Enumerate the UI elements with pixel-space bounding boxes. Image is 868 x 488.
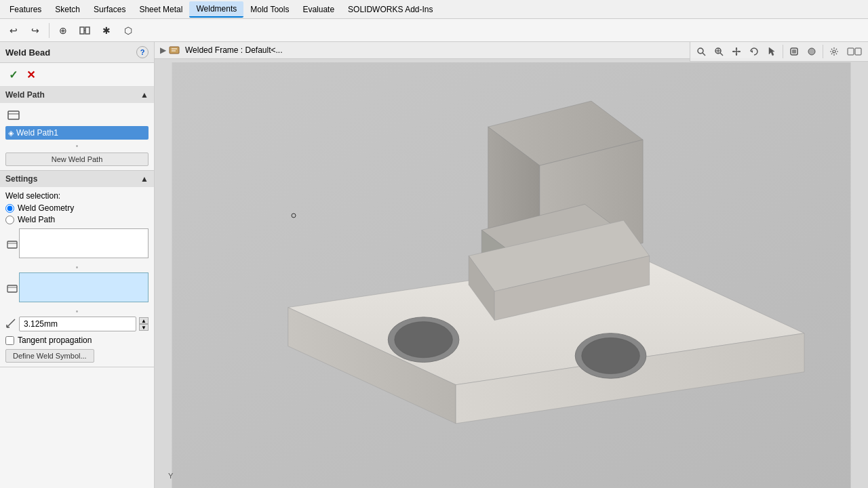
tree-bar: ▶ Welded Frame : Default<... <box>155 42 753 59</box>
vp-settings-btn[interactable] <box>826 43 842 60</box>
svg-rect-7 <box>7 285 17 292</box>
radio-weld-geometry-input[interactable] <box>5 204 14 213</box>
size-spinner-down[interactable]: ▼ <box>139 324 149 331</box>
vp-view-btn[interactable] <box>844 43 865 60</box>
selection-box-row-2 <box>5 272 149 305</box>
svg-point-15 <box>698 48 703 54</box>
svg-rect-3 <box>8 111 19 119</box>
radio-weld-path[interactable]: Weld Path <box>5 215 149 224</box>
settings-collapse-icon: ▲ <box>140 174 149 184</box>
settings-section-header[interactable]: Settings ▲ <box>0 171 154 187</box>
size-divider: • <box>5 308 149 315</box>
menu-solidworks-addins[interactable]: SOLIDWORKS Add-Ins <box>341 2 439 17</box>
vp-shading-btn[interactable] <box>804 43 820 60</box>
menu-evaluate[interactable]: Evaluate <box>296 2 341 17</box>
vp-display-btn[interactable] <box>786 43 802 60</box>
selection-icon-2 <box>5 283 19 294</box>
svg-line-16 <box>703 53 705 56</box>
menu-features[interactable]: Features <box>3 2 48 17</box>
menu-mold-tools[interactable]: Mold Tools <box>243 2 296 17</box>
radio-weld-path-label: Weld Path <box>18 215 55 224</box>
tangent-propagation-checkbox[interactable] <box>5 336 14 345</box>
viewport-toolbar <box>690 42 868 62</box>
left-panel: Weld Bead ? ✓ ✕ Weld Path ▲ <box>0 42 155 488</box>
svg-marker-22 <box>736 54 738 56</box>
svg-rect-31 <box>855 48 861 55</box>
size-spinner: ▲ ▼ <box>139 317 149 331</box>
svg-point-29 <box>833 50 835 53</box>
toolbar-view-options[interactable]: ⬡ <box>119 21 138 40</box>
weld-selection-radio-group: Weld Geometry Weld Path <box>5 203 149 224</box>
svg-rect-1 <box>85 27 90 34</box>
svg-rect-27 <box>792 49 796 54</box>
selection-icon-1 <box>5 239 19 250</box>
weld-path-list: ◈ Weld Path1 <box>5 126 149 140</box>
vp-select-btn[interactable] <box>764 43 780 60</box>
toolbar-sketch-fillet[interactable] <box>75 21 94 40</box>
tree-component-icon <box>169 45 180 56</box>
weld-path-section: Weld Path ▲ ◈ Weld P <box>0 87 154 171</box>
svg-rect-12 <box>170 47 179 54</box>
toolbar-smart-dimension[interactable]: ⊕ <box>54 21 73 40</box>
selection-box-2[interactable] <box>19 272 149 302</box>
weld-path-section-header[interactable]: Weld Path ▲ <box>0 87 154 103</box>
confirm-button[interactable]: ✓ <box>5 67 20 82</box>
svg-rect-0 <box>80 27 84 34</box>
size-icon <box>5 318 16 331</box>
svg-point-37 <box>395 322 453 358</box>
tangent-propagation-label[interactable]: Tangent propagation <box>5 336 149 345</box>
weld-path-collapse-icon: ▲ <box>140 90 149 100</box>
help-button[interactable]: ? <box>136 46 149 58</box>
panel-title: Weld Bead <box>5 47 50 58</box>
weld-path-item-icon: ◈ <box>8 129 14 138</box>
size-input-field[interactable]: 3.125mm <box>19 317 136 331</box>
selection-divider: • <box>5 264 149 271</box>
main-toolbar: ↩ ↪ ⊕ ✱ ⬡ <box>0 19 868 42</box>
y-axis-label: Y <box>168 472 173 480</box>
selection-box-1[interactable] <box>19 228 149 258</box>
3d-view-svg <box>155 62 868 488</box>
radio-weld-geometry[interactable]: Weld Geometry <box>5 203 149 213</box>
radio-weld-path-input[interactable] <box>5 216 14 224</box>
weld-path-section-content: ◈ Weld Path1 • New Weld Path <box>0 103 154 170</box>
vp-pan-btn[interactable] <box>728 43 745 60</box>
toolbar-redo[interactable]: ↪ <box>26 21 45 40</box>
weld-path-item-0[interactable]: ◈ Weld Path1 <box>5 126 149 140</box>
main-area: Weld Bead ? ✓ ✕ Weld Path ▲ <box>0 42 868 488</box>
svg-rect-30 <box>848 48 854 55</box>
vp-rotate-btn[interactable] <box>746 43 762 60</box>
toolbar-undo[interactable]: ↩ <box>4 21 23 40</box>
menu-sheet-metal[interactable]: Sheet Metal <box>132 2 189 17</box>
viewport: ▶ Welded Frame : Default<... <box>155 42 868 488</box>
tangent-propagation-text: Tangent propagation <box>18 336 92 345</box>
menu-surfaces[interactable]: Surfaces <box>87 2 132 17</box>
vp-zoom-btn[interactable] <box>711 43 727 60</box>
svg-rect-5 <box>7 241 17 248</box>
svg-marker-24 <box>738 51 741 53</box>
menu-sketch[interactable]: Sketch <box>48 2 87 17</box>
path-divider: • <box>5 142 149 150</box>
size-input-row: 3.125mm ▲ ▼ <box>5 317 149 331</box>
size-spinner-up[interactable]: ▲ <box>139 317 149 324</box>
settings-section-content: Weld selection: Weld Geometry Weld Path <box>0 187 154 367</box>
selection-box-row-1 <box>5 228 149 261</box>
svg-point-28 <box>808 48 815 55</box>
define-weld-symbol-button[interactable]: Define Weld Symbol... <box>5 349 94 363</box>
toolbar-move[interactable]: ✱ <box>97 21 116 40</box>
viewport-canvas <box>155 62 868 488</box>
vp-toolbar-sep-1 <box>783 45 783 58</box>
sketch-icon <box>79 24 91 37</box>
vp-toolbar-sep-2 <box>823 45 823 58</box>
vp-search-btn[interactable] <box>693 43 709 60</box>
new-weld-path-button[interactable]: New Weld Path <box>5 152 149 166</box>
tree-label: Welded Frame : Default<... <box>185 45 283 55</box>
tree-expand-arrow[interactable]: ▶ <box>160 45 166 55</box>
svg-marker-21 <box>736 47 738 49</box>
weld-path-icon-row <box>5 107 149 123</box>
menu-bar: Features Sketch Surfaces Sheet Metal Wel… <box>0 0 868 19</box>
weld-path-item-label: Weld Path1 <box>16 128 58 138</box>
weld-path-section-title: Weld Path <box>5 90 45 100</box>
settings-section-title: Settings <box>5 174 37 184</box>
menu-weldments[interactable]: Weldments <box>189 1 243 18</box>
cancel-button[interactable]: ✕ <box>23 67 38 82</box>
